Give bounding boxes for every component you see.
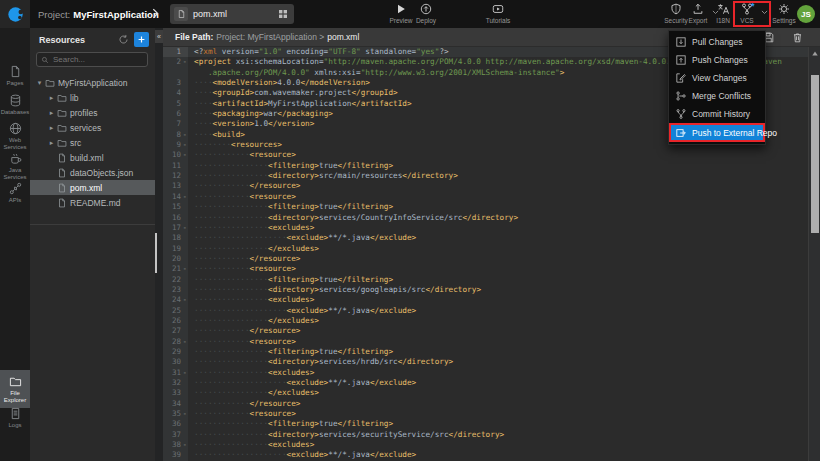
code-row[interactable]: 17-················<excludes> [163, 223, 820, 233]
code-row[interactable]: 32····················<exclude>**/*.java… [163, 378, 820, 388]
code-row[interactable]: 30················<directory>services/hr… [163, 357, 820, 367]
fold-marker[interactable]: - [182, 223, 187, 233]
menu-item-view-changes[interactable]: View Changes [669, 69, 765, 87]
code-row[interactable]: 38-················<excludes> [163, 440, 820, 450]
fold-marker[interactable]: - [182, 295, 187, 305]
code-row[interactable]: 21-············<resource> [163, 264, 820, 274]
editor-scrollbar[interactable] [808, 47, 820, 461]
code-row[interactable]: 13············</resource> [163, 181, 820, 191]
fold-marker[interactable]: - [182, 130, 187, 140]
pull-icon [676, 37, 686, 47]
code-row[interactable]: 12················<directory>src/main/re… [163, 171, 820, 181]
sidebar-item-databases[interactable]: Databases [0, 94, 30, 116]
fold-marker[interactable]: - [182, 368, 187, 378]
menu-item-pull-changes[interactable]: Pull Changes [669, 33, 765, 51]
fold-marker[interactable]: - [182, 440, 187, 450]
tree-item-profiles[interactable]: ▸profiles [30, 105, 155, 120]
sidebar-item-label: Logs [8, 422, 21, 429]
code-row[interactable]: 33················</excludes> [163, 388, 820, 398]
code-row[interactable]: 20············</resource> [163, 254, 820, 264]
code-row[interactable]: 11················<filtering>true</filte… [163, 161, 820, 171]
folder-icon [57, 93, 67, 103]
project-breadcrumb: Project: MyFirstApplication [38, 0, 159, 28]
add-resource-button[interactable] [134, 32, 149, 47]
resource-search[interactable] [36, 52, 148, 67]
code-row[interactable]: 22················<filtering>true</filte… [163, 275, 820, 285]
tree-item-build-xml[interactable]: build.xml [30, 150, 155, 165]
sidebar-item-web-services[interactable]: Web Services [0, 122, 30, 150]
code-row[interactable]: 34············</resource> [163, 399, 820, 409]
menu-item-push-changes[interactable]: Push Changes [669, 51, 765, 69]
fold-marker[interactable]: - [182, 409, 187, 419]
deploy-button[interactable]: Deploy [408, 3, 444, 24]
code-row[interactable]: 24-················<excludes> [163, 295, 820, 305]
code-line-text: ················<directory>services/hrdb… [188, 357, 453, 367]
code-row[interactable]: 27············</resource> [163, 326, 820, 336]
tree-item-lib[interactable]: ▸lib [30, 90, 155, 105]
sidebar-item-logs[interactable]: Logs [0, 407, 30, 429]
refresh-icon[interactable] [118, 34, 129, 45]
tree-item-myfirstapplication[interactable]: ▾MyFirstApplication [30, 75, 155, 90]
tutorials-button[interactable]: Tutorials [480, 3, 516, 24]
collapse-panel-button[interactable]: « [155, 30, 163, 43]
code-row[interactable]: 14-············<resource> [163, 192, 820, 202]
delete-icon[interactable] [792, 32, 803, 43]
grid-view-icon[interactable] [278, 9, 288, 19]
line-number: 36 [163, 419, 188, 429]
collapse-arrow-icon[interactable]: ▸ [48, 139, 55, 147]
code-row[interactable]: 31-················<excludes> [163, 368, 820, 378]
menu-item-push-external-repo[interactable]: Push to External Repo [669, 123, 765, 142]
fold-marker[interactable]: - [182, 140, 187, 150]
app-logo[interactable] [0, 0, 30, 28]
panel-scrollbar-thumb[interactable] [155, 233, 157, 273]
java-services-icon [9, 152, 22, 165]
collapse-arrow-icon[interactable]: ▸ [48, 124, 55, 132]
panel-collapse-strip: « [155, 28, 163, 461]
code-row[interactable]: 15················<filtering>true</filte… [163, 202, 820, 212]
folder-icon [57, 138, 67, 148]
fold-marker[interactable]: - [182, 264, 187, 274]
tree-item-src[interactable]: ▸src [30, 135, 155, 150]
tree-item-readme-md[interactable]: README.md [30, 195, 155, 210]
expand-arrow-icon[interactable]: ▾ [36, 79, 43, 87]
code-row[interactable]: 23················<directory>services/go… [163, 285, 820, 295]
tree-item-services[interactable]: ▸services [30, 120, 155, 135]
code-line-text: ····<packaging>war</packaging> [188, 109, 333, 119]
tab-pom-xml[interactable]: pom.xml [170, 4, 294, 24]
fold-marker[interactable]: - [182, 337, 187, 347]
menu-item-merge-conflicts[interactable]: Merge Conflicts [669, 87, 765, 105]
code-row[interactable]: 28-············<resource> [163, 337, 820, 347]
code-row[interactable]: 18····················<exclude>**/*.java… [163, 233, 820, 243]
project-name: MyFirstApplication [73, 9, 159, 20]
sidebar-item-file-explorer[interactable]: File Explorer [0, 370, 30, 408]
fold-marker[interactable]: - [182, 57, 187, 67]
code-row[interactable]: 29················<filtering>true</filte… [163, 347, 820, 357]
code-row[interactable]: 19················</excludes> [163, 244, 820, 254]
code-row[interactable]: 36················<filtering>true</filte… [163, 419, 820, 429]
user-avatar[interactable]: JS [797, 5, 815, 23]
scrollbar-thumb[interactable] [811, 75, 819, 233]
collapse-arrow-icon[interactable]: ▸ [48, 94, 55, 102]
code-line-text: ····················<exclude>**/*.java</… [188, 233, 416, 243]
tutorials-label: Tutorials [486, 17, 511, 24]
vcs-button[interactable]: VCS* [729, 3, 765, 24]
collapse-arrow-icon[interactable]: ▸ [48, 109, 55, 117]
code-row[interactable]: 39····················<exclude>**/*.java… [163, 450, 820, 460]
code-row[interactable]: 16················<directory>services/Co… [163, 213, 820, 223]
scroll-up-icon[interactable] [812, 51, 818, 56]
fold-marker[interactable]: - [182, 192, 187, 202]
menu-item-commit-history[interactable]: Commit History [669, 105, 765, 123]
sidebar-item-java-services[interactable]: Java Services [0, 152, 30, 180]
code-row[interactable]: 35-············<resource> [163, 409, 820, 419]
code-row[interactable]: 10-············<resource> [163, 150, 820, 160]
tree-item-label: pom.xml [70, 183, 102, 193]
search-input[interactable] [53, 55, 133, 64]
code-row[interactable]: 37················<directory>services/se… [163, 430, 820, 440]
code-row[interactable]: 25····················<exclude>**/*.java… [163, 306, 820, 316]
fold-marker[interactable]: - [182, 150, 187, 160]
sidebar-item-pages[interactable]: Pages [0, 65, 30, 87]
tree-item-pom-xml[interactable]: pom.xml [30, 180, 155, 195]
tree-item-dataobjects-json[interactable]: dataObjects.json [30, 165, 155, 180]
code-row[interactable]: 26················</excludes> [163, 316, 820, 326]
sidebar-item-apis[interactable]: APIs [0, 182, 30, 204]
